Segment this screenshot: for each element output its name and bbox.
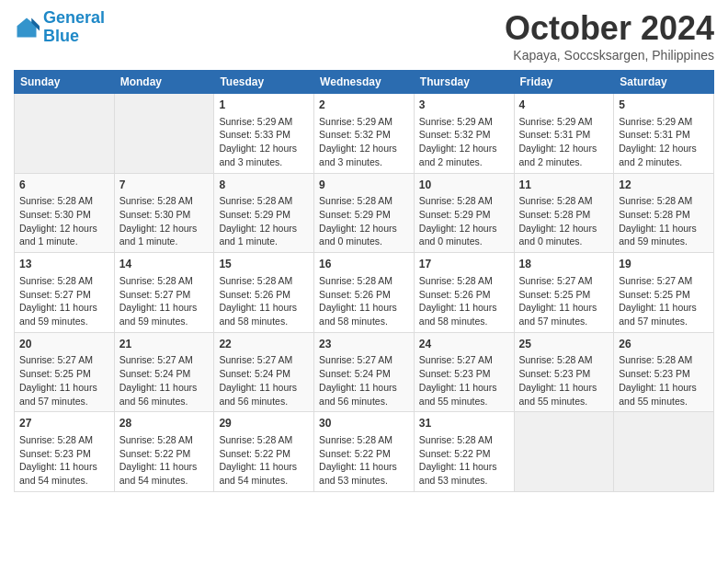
- day-number: 12: [619, 178, 709, 193]
- day-info: Sunrise: 5:28 AM Sunset: 5:30 PM Dayligh…: [119, 194, 210, 248]
- logo-text: General Blue: [43, 9, 105, 46]
- calendar-cell: 18Sunrise: 5:27 AM Sunset: 5:25 PM Dayli…: [514, 253, 614, 333]
- calendar-cell: 14Sunrise: 5:28 AM Sunset: 5:27 PM Dayli…: [114, 253, 214, 333]
- day-number: 1: [219, 98, 309, 113]
- calendar-cell: [614, 412, 714, 492]
- day-info: Sunrise: 5:28 AM Sunset: 5:23 PM Dayligh…: [619, 353, 709, 408]
- day-number: 30: [319, 416, 409, 431]
- day-number: 14: [119, 257, 210, 272]
- calendar-cell: 21Sunrise: 5:27 AM Sunset: 5:24 PM Dayli…: [114, 332, 214, 412]
- day-number: 29: [219, 416, 309, 431]
- day-number: 21: [119, 337, 210, 352]
- day-number: 20: [19, 337, 109, 352]
- day-number: 9: [319, 178, 409, 193]
- calendar-cell: [15, 94, 115, 174]
- page-header: General Blue October 2024 Kapaya, Soccsk…: [14, 9, 714, 63]
- day-info: Sunrise: 5:28 AM Sunset: 5:29 PM Dayligh…: [319, 194, 409, 248]
- calendar-cell: 3Sunrise: 5:29 AM Sunset: 5:32 PM Daylig…: [414, 94, 514, 174]
- calendar-cell: 19Sunrise: 5:27 AM Sunset: 5:25 PM Dayli…: [614, 253, 714, 333]
- calendar-cell: 7Sunrise: 5:28 AM Sunset: 5:30 PM Daylig…: [114, 173, 214, 253]
- day-info: Sunrise: 5:27 AM Sunset: 5:25 PM Dayligh…: [619, 274, 709, 328]
- location: Kapaya, Soccsksargen, Philippines: [505, 48, 714, 63]
- day-info: Sunrise: 5:29 AM Sunset: 5:31 PM Dayligh…: [619, 115, 709, 169]
- day-info: Sunrise: 5:28 AM Sunset: 5:22 PM Dayligh…: [419, 433, 509, 488]
- day-number: 17: [419, 257, 509, 272]
- day-info: Sunrise: 5:28 AM Sunset: 5:29 PM Dayligh…: [419, 194, 509, 248]
- month-title: October 2024: [505, 9, 714, 48]
- day-number: 6: [19, 178, 109, 193]
- title-block: October 2024 Kapaya, Soccsksargen, Phili…: [505, 9, 714, 63]
- day-of-week-header: Tuesday: [214, 71, 314, 94]
- day-info: Sunrise: 5:27 AM Sunset: 5:24 PM Dayligh…: [119, 353, 210, 408]
- day-number: 16: [319, 257, 409, 272]
- calendar-week-row: 13Sunrise: 5:28 AM Sunset: 5:27 PM Dayli…: [15, 253, 714, 333]
- day-of-week-header: Wednesday: [314, 71, 415, 94]
- calendar-week-row: 1Sunrise: 5:29 AM Sunset: 5:33 PM Daylig…: [15, 94, 714, 174]
- calendar-cell: 2Sunrise: 5:29 AM Sunset: 5:32 PM Daylig…: [314, 94, 415, 174]
- day-number: 27: [19, 416, 109, 431]
- day-info: Sunrise: 5:28 AM Sunset: 5:26 PM Dayligh…: [419, 274, 509, 328]
- calendar-table: SundayMondayTuesdayWednesdayThursdayFrid…: [14, 70, 714, 492]
- day-number: 4: [519, 98, 609, 113]
- day-of-week-header: Saturday: [614, 71, 714, 94]
- day-of-week-header: Thursday: [414, 71, 514, 94]
- calendar-cell: 30Sunrise: 5:28 AM Sunset: 5:22 PM Dayli…: [314, 412, 415, 492]
- calendar-cell: 6Sunrise: 5:28 AM Sunset: 5:30 PM Daylig…: [15, 173, 115, 253]
- calendar-cell: 29Sunrise: 5:28 AM Sunset: 5:22 PM Dayli…: [214, 412, 314, 492]
- day-number: 15: [219, 257, 309, 272]
- day-number: 7: [119, 178, 210, 193]
- day-number: 2: [319, 98, 409, 113]
- calendar-cell: 17Sunrise: 5:28 AM Sunset: 5:26 PM Dayli…: [414, 253, 514, 333]
- day-info: Sunrise: 5:28 AM Sunset: 5:27 PM Dayligh…: [119, 274, 210, 328]
- day-number: 22: [219, 337, 309, 352]
- calendar-cell: 11Sunrise: 5:28 AM Sunset: 5:28 PM Dayli…: [514, 173, 614, 253]
- day-info: Sunrise: 5:28 AM Sunset: 5:23 PM Dayligh…: [519, 353, 609, 408]
- calendar-cell: 8Sunrise: 5:28 AM Sunset: 5:29 PM Daylig…: [214, 173, 314, 253]
- calendar-cell: 12Sunrise: 5:28 AM Sunset: 5:28 PM Dayli…: [614, 173, 714, 253]
- calendar-cell: 26Sunrise: 5:28 AM Sunset: 5:23 PM Dayli…: [614, 332, 714, 412]
- day-number: 11: [519, 178, 609, 193]
- day-number: 25: [519, 337, 609, 352]
- day-of-week-header: Sunday: [15, 71, 115, 94]
- day-info: Sunrise: 5:28 AM Sunset: 5:27 PM Dayligh…: [19, 274, 109, 328]
- day-number: 19: [619, 257, 709, 272]
- day-info: Sunrise: 5:29 AM Sunset: 5:32 PM Dayligh…: [419, 115, 509, 169]
- calendar-week-row: 27Sunrise: 5:28 AM Sunset: 5:23 PM Dayli…: [15, 412, 714, 492]
- day-info: Sunrise: 5:28 AM Sunset: 5:22 PM Dayligh…: [119, 433, 210, 488]
- calendar-cell: 31Sunrise: 5:28 AM Sunset: 5:22 PM Dayli…: [414, 412, 514, 492]
- day-number: 10: [419, 178, 509, 193]
- day-number: 31: [419, 416, 509, 431]
- calendar-cell: 23Sunrise: 5:27 AM Sunset: 5:24 PM Dayli…: [314, 332, 415, 412]
- day-info: Sunrise: 5:27 AM Sunset: 5:25 PM Dayligh…: [19, 353, 109, 408]
- day-number: 8: [219, 178, 309, 193]
- calendar-cell: 24Sunrise: 5:27 AM Sunset: 5:23 PM Dayli…: [414, 332, 514, 412]
- day-info: Sunrise: 5:28 AM Sunset: 5:26 PM Dayligh…: [219, 274, 309, 328]
- calendar-cell: 16Sunrise: 5:28 AM Sunset: 5:26 PM Dayli…: [314, 253, 415, 333]
- day-of-week-header: Friday: [514, 71, 614, 94]
- day-number: 24: [419, 337, 509, 352]
- day-info: Sunrise: 5:28 AM Sunset: 5:22 PM Dayligh…: [219, 433, 309, 488]
- day-info: Sunrise: 5:28 AM Sunset: 5:22 PM Dayligh…: [319, 433, 409, 488]
- day-info: Sunrise: 5:27 AM Sunset: 5:25 PM Dayligh…: [519, 274, 609, 328]
- calendar-week-row: 20Sunrise: 5:27 AM Sunset: 5:25 PM Dayli…: [15, 332, 714, 412]
- calendar-cell: 5Sunrise: 5:29 AM Sunset: 5:31 PM Daylig…: [614, 94, 714, 174]
- day-info: Sunrise: 5:28 AM Sunset: 5:28 PM Dayligh…: [519, 194, 609, 248]
- day-info: Sunrise: 5:29 AM Sunset: 5:33 PM Dayligh…: [219, 115, 309, 169]
- day-number: 5: [619, 98, 709, 113]
- logo: General Blue: [14, 9, 105, 46]
- calendar-cell: [514, 412, 614, 492]
- day-number: 26: [619, 337, 709, 352]
- calendar-cell: [114, 94, 214, 174]
- day-info: Sunrise: 5:27 AM Sunset: 5:24 PM Dayligh…: [219, 353, 309, 408]
- calendar-cell: 9Sunrise: 5:28 AM Sunset: 5:29 PM Daylig…: [314, 173, 415, 253]
- day-info: Sunrise: 5:29 AM Sunset: 5:31 PM Dayligh…: [519, 115, 609, 169]
- day-info: Sunrise: 5:28 AM Sunset: 5:29 PM Dayligh…: [219, 194, 309, 248]
- day-of-week-header: Monday: [114, 71, 214, 94]
- calendar-cell: 13Sunrise: 5:28 AM Sunset: 5:27 PM Dayli…: [15, 253, 115, 333]
- day-info: Sunrise: 5:28 AM Sunset: 5:26 PM Dayligh…: [319, 274, 409, 328]
- day-number: 3: [419, 98, 509, 113]
- day-number: 18: [519, 257, 609, 272]
- day-info: Sunrise: 5:27 AM Sunset: 5:24 PM Dayligh…: [319, 353, 409, 408]
- logo-icon: [14, 15, 40, 40]
- day-info: Sunrise: 5:28 AM Sunset: 5:30 PM Dayligh…: [19, 194, 109, 248]
